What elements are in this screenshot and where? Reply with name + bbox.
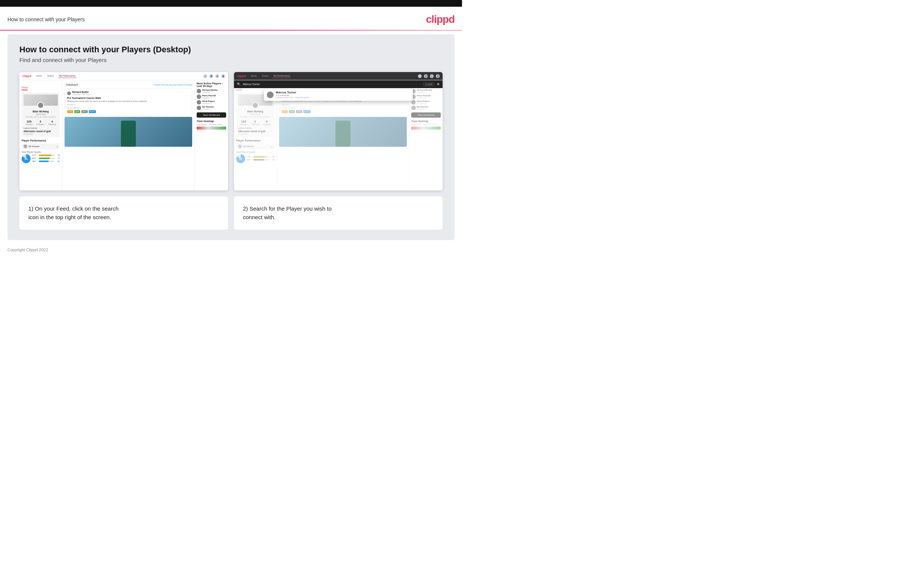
mini-body-2: Feed Blair McHarg Golf Coach Mill Ride G… bbox=[234, 80, 443, 190]
header-divider bbox=[0, 30, 462, 31]
avatar-icon-mini-1: 👤 bbox=[221, 74, 225, 78]
mini-control-link-1[interactable]: Control who can see your activity and da… bbox=[154, 84, 192, 86]
mini-feed-tab-1: Feed bbox=[22, 86, 28, 90]
user-icon-mini-1: 👤 bbox=[209, 74, 213, 78]
mini-profile-role-2: Golf Coach bbox=[238, 113, 272, 115]
mini-user-name-1: Richard Butler bbox=[72, 91, 91, 93]
footer: Copyright Clippd 2022 bbox=[0, 244, 462, 256]
mini-following-btn-1[interactable]: Following ▾ bbox=[65, 83, 79, 87]
mini-heatmap-high-1: +5 bbox=[224, 130, 226, 132]
mini-nav-icons-2: 🔍 👤 ⚙ 👤 bbox=[418, 74, 440, 78]
mini-activity-img-1 bbox=[65, 117, 192, 147]
mini-user-detail-1: Yesterday · The Grove bbox=[72, 93, 91, 96]
mini-following-row-1: Following ▾ Control who can see your act… bbox=[65, 83, 192, 87]
mini-player-name-sm-1: Eli Vincent bbox=[29, 145, 57, 148]
mini-stat-followers-2: 3 Followers bbox=[251, 120, 259, 125]
mini-nav-icons-1: 🔍 👤 ⚙ 👤 bbox=[203, 74, 225, 78]
mini-stat-activities-2: 129 Activities bbox=[240, 120, 248, 125]
logo: clippd bbox=[426, 13, 455, 25]
mini-active-info-1-3: Hiral Pujara Activities: 3 bbox=[202, 100, 215, 104]
mini-heatmap-low-1: -5 bbox=[197, 130, 198, 132]
mini-activity-name-1: Afternoon round of golf bbox=[24, 130, 58, 133]
mini-logo-1: clippd bbox=[23, 74, 31, 78]
page-title: How to connect with your Players bbox=[8, 16, 85, 23]
mini-team-dashboard-btn-1[interactable]: Team Dashboard bbox=[197, 112, 226, 118]
mini-active-player-1-3: Hiral Pujara Activities: 3 bbox=[197, 100, 226, 104]
mini-bar-row-arg-1: ARG 61 bbox=[32, 160, 60, 162]
mini-bar-row-ott-1: OTT 79 bbox=[32, 154, 60, 156]
mini-active-acts-1-2: Activities: 4 bbox=[202, 97, 216, 99]
main-subheading: Find and connect with your Players bbox=[19, 57, 443, 63]
main-heading: How to connect with your Players (Deskto… bbox=[19, 45, 443, 55]
caption-panel-2: 2) Search for the Player you wish toconn… bbox=[234, 196, 443, 230]
mini-stat-following-num-1: 4 bbox=[48, 120, 56, 123]
mini-stat-activities-label-1: Activities bbox=[25, 123, 33, 125]
main-content: How to connect with your Players (Deskto… bbox=[8, 34, 455, 240]
mini-profile-card-1: Blair McHarg Golf Coach Mill Ride Golf C… bbox=[22, 93, 60, 137]
mini-player-select-2: Eli Vincent ▾ bbox=[236, 143, 274, 149]
mini-stats-row-2: 129 Activities 3 Followers 4 bbox=[238, 120, 272, 125]
mini-tags-1: OTT APP ARG PUTT bbox=[67, 110, 189, 113]
mini-heatmap-title-1: Team Heatmap bbox=[197, 120, 226, 122]
mini-center-1: Following ▾ Control who can see your act… bbox=[62, 80, 194, 190]
mini-heatmap-subtitle-1: Shot Quality · 20 Round Trend bbox=[197, 123, 226, 125]
mini-profile-name-2: Blair McHarg bbox=[238, 110, 272, 113]
mini-profile-club-1: Mill Ride Golf Club, United Kingdom bbox=[24, 116, 58, 118]
captions-row: 1) On your Feed, click on the searchicon… bbox=[19, 196, 443, 230]
search-icon-mini-1[interactable]: 🔍 bbox=[203, 74, 207, 78]
screenshot-2-wrapper: clippd Home Teams My Performance 🔍 👤 ⚙ 👤 bbox=[234, 72, 443, 190]
tag-ott-1: OTT bbox=[67, 110, 73, 113]
mini-nav-myperformance-1: My Performance bbox=[58, 74, 76, 78]
mini-left-1: Feed Blair McHarg Golf Coach Mill Ride G… bbox=[19, 80, 62, 190]
mini-heatmap-bar-1 bbox=[197, 127, 226, 130]
mini-player-select-1[interactable]: Eli Vincent ▾ bbox=[22, 143, 60, 149]
mini-profile-avatar-1 bbox=[37, 102, 44, 109]
mini-nav-myperformance-2: My Performance bbox=[272, 74, 291, 78]
screenshot-2: clippd Home Teams My Performance 🔍 👤 ⚙ 👤 bbox=[234, 72, 443, 190]
mini-nav-links-2: Home Teams My Performance bbox=[250, 74, 291, 78]
mini-activity-card-1: Richard Butler Yesterday · The Grove Pre… bbox=[65, 88, 192, 115]
mini-bars-1: OTT 79 APP 70 ARG bbox=[32, 154, 60, 163]
search-icon-mini-2[interactable]: 🔍 bbox=[418, 74, 422, 78]
mini-pp-title-1: Player Performance bbox=[22, 139, 60, 142]
screenshot-1: clippd Home Teams My Performance 🔍 👤 ⚙ 👤 bbox=[19, 72, 228, 190]
mini-score-circle-1: 84 bbox=[22, 154, 31, 163]
mini-nav-1: clippd Home Teams My Performance 🔍 👤 ⚙ 👤 bbox=[19, 72, 228, 80]
mini-heatmap-section-1: Team Heatmap Shot Quality · 20 Round Tre… bbox=[197, 120, 226, 132]
mini-player-avatar-sm-1 bbox=[24, 144, 27, 148]
mini-activity-title-1: Pre Tournament Course Walk bbox=[67, 97, 189, 99]
mini-active-info-1-2: Piers Parnell Activities: 4 bbox=[202, 94, 216, 99]
mini-latest-label-1: Latest Activity bbox=[24, 127, 58, 129]
mini-stat-following-2: 4 Following bbox=[263, 120, 270, 125]
tag-putt-1: PUTT bbox=[89, 110, 96, 113]
mini-stat-followers-num-1: 3 bbox=[37, 120, 44, 123]
mini-active-info-1-4: Eli Vincent Activities: 1 bbox=[202, 106, 214, 110]
mini-stat-activities-num-1: 129 bbox=[25, 120, 33, 123]
mini-profile-header-bg-2 bbox=[238, 94, 272, 106]
mini-active-acts-1-1: Activities: 7 bbox=[202, 91, 218, 93]
mini-active-player-1-2: Piers Parnell Activities: 4 bbox=[197, 94, 226, 99]
mini-profile-card-2: Blair McHarg Golf Coach Mill Ride Golf C… bbox=[236, 93, 274, 137]
mini-user-info-1: Richard Butler Yesterday · The Grove bbox=[72, 91, 91, 96]
copyright: Copyright Clippd 2022 bbox=[8, 248, 48, 252]
mini-active-acts-1-3: Activities: 3 bbox=[202, 102, 215, 104]
mini-profile-role-1: Golf Coach bbox=[24, 113, 58, 115]
mini-golfer-img-1 bbox=[121, 120, 136, 147]
mini-nav-teams-2: Teams bbox=[261, 74, 270, 78]
mini-pp-title-2: Player Performance bbox=[236, 139, 274, 142]
mini-nav-home-1: Home bbox=[35, 74, 43, 78]
mini-activity-date-1: 27 Jul 2022 bbox=[24, 133, 58, 135]
mini-tpq-row-1: 84 OTT 79 APP bbox=[22, 154, 60, 163]
mini-profile-avatar-2 bbox=[252, 102, 259, 109]
user-icon-mini-2: 👤 bbox=[424, 74, 428, 78]
mini-body-container-2: Feed Blair McHarg Golf Coach Mill Ride G… bbox=[234, 80, 443, 190]
mini-left-2: Feed Blair McHarg Golf Coach Mill Ride G… bbox=[234, 80, 277, 190]
mini-user-avatar-1 bbox=[67, 91, 71, 95]
mini-active-acts-1-4: Activities: 1 bbox=[202, 108, 214, 110]
mini-profile-name-1: Blair McHarg bbox=[24, 110, 58, 113]
caption-text-2: 2) Search for the Player you wish toconn… bbox=[243, 205, 434, 221]
mini-stats-row-1: 129 Activities 3 Followers 4 bbox=[24, 120, 58, 125]
mini-active-info-1-1: Richard Butler Activities: 7 bbox=[202, 89, 218, 93]
mini-profile-club-2: Mill Ride Golf Club, United Kingdom bbox=[238, 116, 272, 118]
tag-app-1: APP bbox=[74, 110, 80, 113]
